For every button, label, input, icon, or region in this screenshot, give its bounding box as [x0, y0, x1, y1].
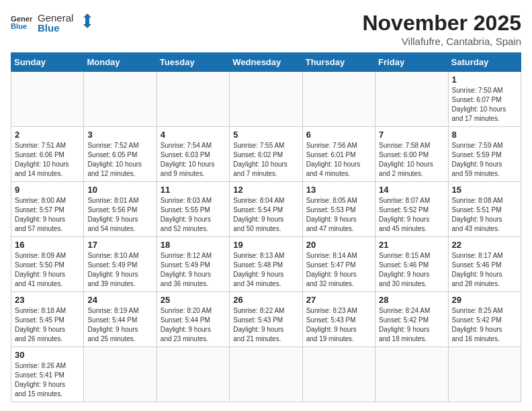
calendar-cell: 30Sunrise: 8:26 AM Sunset: 5:41 PM Dayli…: [11, 347, 84, 402]
day-info: Sunrise: 8:23 AM Sunset: 5:43 PM Dayligh…: [306, 306, 371, 344]
day-info: Sunrise: 8:05 AM Sunset: 5:53 PM Dayligh…: [306, 196, 371, 234]
day-number: 7: [379, 130, 444, 140]
calendar-cell: [302, 347, 375, 402]
day-number: 28: [379, 295, 444, 305]
day-number: 19: [233, 240, 298, 250]
day-number: 21: [379, 240, 444, 250]
day-info: Sunrise: 7:56 AM Sunset: 6:01 PM Dayligh…: [306, 141, 371, 179]
calendar-week-row: 30Sunrise: 8:26 AM Sunset: 5:41 PM Dayli…: [11, 347, 521, 402]
calendar-cell: 22Sunrise: 8:17 AM Sunset: 5:46 PM Dayli…: [448, 237, 521, 292]
day-header-tuesday: Tuesday: [157, 53, 229, 72]
svg-marker-5: [83, 13, 91, 28]
calendar-cell: 17Sunrise: 8:10 AM Sunset: 5:49 PM Dayli…: [84, 237, 157, 292]
day-info: Sunrise: 8:07 AM Sunset: 5:52 PM Dayligh…: [379, 196, 444, 234]
calendar-cell: 11Sunrise: 8:03 AM Sunset: 5:55 PM Dayli…: [157, 182, 229, 237]
calendar-week-row: 16Sunrise: 8:09 AM Sunset: 5:50 PM Dayli…: [11, 237, 521, 292]
calendar-cell: [84, 347, 157, 402]
logo-icon: General Blue: [11, 13, 32, 32]
calendar-week-row: 9Sunrise: 8:00 AM Sunset: 5:57 PM Daylig…: [11, 182, 521, 237]
day-number: 13: [306, 185, 371, 195]
day-number: 6: [306, 130, 371, 140]
day-info: Sunrise: 8:17 AM Sunset: 5:46 PM Dayligh…: [452, 251, 517, 289]
day-number: 26: [233, 295, 298, 305]
day-number: 24: [87, 295, 152, 305]
day-info: Sunrise: 8:19 AM Sunset: 5:44 PM Dayligh…: [87, 306, 152, 344]
day-number: 20: [306, 240, 371, 250]
day-number: 5: [233, 130, 298, 140]
svg-text:General: General: [11, 15, 32, 23]
calendar-cell: 6Sunrise: 7:56 AM Sunset: 6:01 PM Daylig…: [302, 127, 375, 182]
calendar-cell: [157, 347, 229, 402]
calendar-cell: [375, 72, 448, 127]
calendar-week-row: 2Sunrise: 7:51 AM Sunset: 6:06 PM Daylig…: [11, 127, 521, 182]
calendar-cell: 18Sunrise: 8:12 AM Sunset: 5:49 PM Dayli…: [157, 237, 229, 292]
day-header-friday: Friday: [375, 53, 448, 72]
day-info: Sunrise: 8:12 AM Sunset: 5:49 PM Dayligh…: [161, 251, 226, 289]
calendar-cell: 5Sunrise: 7:55 AM Sunset: 6:02 PM Daylig…: [230, 127, 302, 182]
calendar-cell: 2Sunrise: 7:51 AM Sunset: 6:06 PM Daylig…: [11, 127, 84, 182]
day-number: 22: [452, 240, 517, 250]
day-number: 2: [15, 130, 80, 140]
page-header: General Blue General Blue November 2025 …: [11, 11, 521, 47]
day-number: 16: [15, 240, 80, 250]
day-number: 12: [233, 185, 298, 195]
day-number: 30: [15, 350, 80, 360]
logo: General Blue General Blue: [11, 11, 91, 34]
day-header-wednesday: Wednesday: [230, 53, 302, 72]
day-number: 27: [306, 295, 371, 305]
day-info: Sunrise: 7:51 AM Sunset: 6:06 PM Dayligh…: [15, 141, 80, 179]
day-header-monday: Monday: [84, 53, 157, 72]
day-number: 25: [161, 295, 226, 305]
day-info: Sunrise: 8:15 AM Sunset: 5:46 PM Dayligh…: [379, 251, 444, 289]
day-number: 23: [15, 295, 80, 305]
day-number: 8: [452, 130, 517, 140]
day-info: Sunrise: 8:24 AM Sunset: 5:42 PM Dayligh…: [379, 306, 444, 344]
day-info: Sunrise: 7:59 AM Sunset: 5:59 PM Dayligh…: [452, 141, 517, 179]
calendar-week-row: 23Sunrise: 8:18 AM Sunset: 5:45 PM Dayli…: [11, 292, 521, 347]
svg-text:Blue: Blue: [38, 22, 60, 34]
calendar-cell: 25Sunrise: 8:20 AM Sunset: 5:44 PM Dayli…: [157, 292, 229, 347]
day-header-sunday: Sunday: [11, 53, 84, 72]
calendar-cell: [11, 72, 84, 127]
day-number: 15: [452, 185, 517, 195]
calendar-cell: 27Sunrise: 8:23 AM Sunset: 5:43 PM Dayli…: [302, 292, 375, 347]
calendar-cell: 16Sunrise: 8:09 AM Sunset: 5:50 PM Dayli…: [11, 237, 84, 292]
day-number: 1: [452, 75, 517, 85]
calendar-cell: [230, 72, 302, 127]
calendar-cell: 28Sunrise: 8:24 AM Sunset: 5:42 PM Dayli…: [375, 292, 448, 347]
calendar-cell: [375, 347, 448, 402]
day-number: 10: [87, 185, 152, 195]
calendar-cell: 1Sunrise: 7:50 AM Sunset: 6:07 PM Daylig…: [448, 72, 521, 127]
month-title: November 2025: [362, 11, 521, 36]
calendar-cell: 21Sunrise: 8:15 AM Sunset: 5:46 PM Dayli…: [375, 237, 448, 292]
calendar-cell: [448, 347, 521, 402]
day-number: 14: [379, 185, 444, 195]
day-number: 3: [87, 130, 152, 140]
day-info: Sunrise: 8:04 AM Sunset: 5:54 PM Dayligh…: [233, 196, 298, 234]
day-info: Sunrise: 8:26 AM Sunset: 5:41 PM Dayligh…: [15, 361, 80, 399]
day-info: Sunrise: 8:08 AM Sunset: 5:51 PM Dayligh…: [452, 196, 517, 234]
day-header-saturday: Saturday: [448, 53, 521, 72]
calendar-cell: [230, 347, 302, 402]
calendar-cell: 7Sunrise: 7:58 AM Sunset: 6:00 PM Daylig…: [375, 127, 448, 182]
day-number: 29: [452, 295, 517, 305]
day-info: Sunrise: 8:25 AM Sunset: 5:42 PM Dayligh…: [452, 306, 517, 344]
day-info: Sunrise: 8:20 AM Sunset: 5:44 PM Dayligh…: [161, 306, 226, 344]
day-info: Sunrise: 8:14 AM Sunset: 5:47 PM Dayligh…: [306, 251, 371, 289]
svg-text:Blue: Blue: [11, 22, 27, 30]
day-header-thursday: Thursday: [302, 53, 375, 72]
day-info: Sunrise: 8:01 AM Sunset: 5:56 PM Dayligh…: [87, 196, 152, 234]
calendar-cell: 20Sunrise: 8:14 AM Sunset: 5:47 PM Dayli…: [302, 237, 375, 292]
day-info: Sunrise: 8:09 AM Sunset: 5:50 PM Dayligh…: [15, 251, 80, 289]
calendar-cell: 10Sunrise: 8:01 AM Sunset: 5:56 PM Dayli…: [84, 182, 157, 237]
calendar-cell: 14Sunrise: 8:07 AM Sunset: 5:52 PM Dayli…: [375, 182, 448, 237]
calendar-cell: [302, 72, 375, 127]
calendar-cell: 23Sunrise: 8:18 AM Sunset: 5:45 PM Dayli…: [11, 292, 84, 347]
calendar-cell: 9Sunrise: 8:00 AM Sunset: 5:57 PM Daylig…: [11, 182, 84, 237]
day-info: Sunrise: 7:54 AM Sunset: 6:03 PM Dayligh…: [161, 141, 226, 179]
logo-svg: General Blue: [38, 11, 91, 34]
calendar-cell: 8Sunrise: 7:59 AM Sunset: 5:59 PM Daylig…: [448, 127, 521, 182]
calendar-cell: 29Sunrise: 8:25 AM Sunset: 5:42 PM Dayli…: [448, 292, 521, 347]
location: Villafufre, Cantabria, Spain: [362, 36, 521, 47]
calendar-cell: 24Sunrise: 8:19 AM Sunset: 5:44 PM Dayli…: [84, 292, 157, 347]
